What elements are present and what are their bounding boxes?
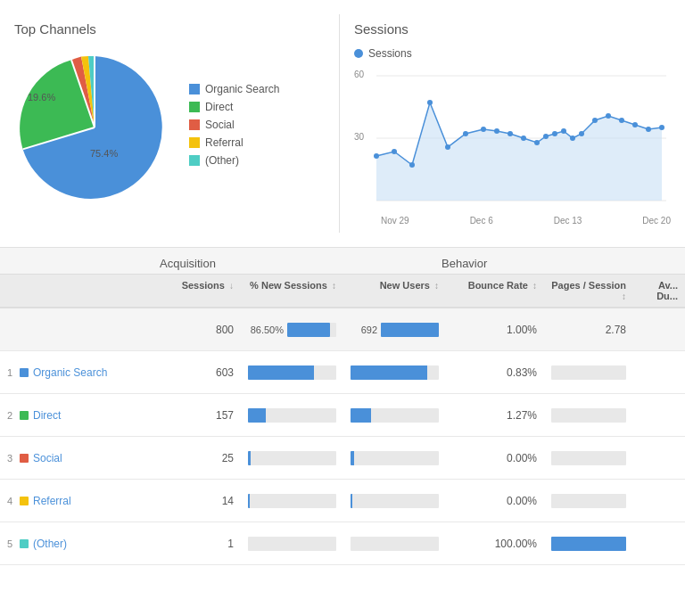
row-new-users-4 <box>343 531 446 556</box>
channel-name[interactable]: (Other) <box>33 538 67 550</box>
total-pct-value: 86.50% <box>248 324 284 335</box>
pct-bar <box>248 451 251 465</box>
sort-icon-bounce: ↕ <box>532 281 537 291</box>
svg-point-25 <box>592 118 598 123</box>
sort-arrow-icon: ↓ <box>229 281 234 291</box>
channel-dot-icon <box>20 454 29 463</box>
svg-point-17 <box>508 131 513 136</box>
row-pct-new-2 <box>241 446 343 471</box>
table-row: 2 Direct 157 1.27% <box>0 394 685 437</box>
svg-point-16 <box>494 128 499 134</box>
col-header-pct-new: % New Sessions ↕ <box>241 275 343 307</box>
pct-bar <box>248 494 250 508</box>
row-new-users-2 <box>343 446 446 471</box>
channel-name[interactable]: Referral <box>33 495 71 507</box>
top-channels-title: Top Channels <box>14 21 325 37</box>
table-total-row: 800 86.50% 692 1.00% 2.78 <box>0 308 685 351</box>
pie-legend: Organic Search Direct Social Referral (O… <box>189 83 279 172</box>
channel-name[interactable]: Social <box>33 452 62 464</box>
x-label-nov29: Nov 29 <box>381 216 409 226</box>
col-header-pages: Pages / Session ↕ <box>544 275 633 307</box>
new-users-bar <box>351 494 352 508</box>
channel-dot-icon <box>20 368 29 377</box>
legend-item-direct: Direct <box>189 101 279 113</box>
row-bounce-0: 0.83% <box>446 361 544 384</box>
sort-icon-pct: ↕ <box>332 281 336 291</box>
svg-point-22 <box>561 128 566 134</box>
row-sessions-3: 14 <box>156 489 241 513</box>
table-column-headers: Sessions ↓ % New Sessions ↕ New Users ↕ … <box>0 275 685 308</box>
legend-item-organic: Organic Search <box>189 83 279 95</box>
sort-icon-pages: ↕ <box>622 292 626 301</box>
row-channel-4: 5 (Other) <box>0 532 156 555</box>
acquisition-section-label: Acquisition <box>156 257 442 270</box>
total-pages: 2.78 <box>544 318 633 341</box>
sessions-legend-label: Sessions <box>368 47 412 60</box>
row-channel-3: 4 Referral <box>0 489 156 513</box>
svg-point-18 <box>521 136 526 141</box>
sessions-chart: 60 30 <box>354 67 671 226</box>
svg-point-29 <box>646 127 651 132</box>
row-channel-2: 3 Social <box>0 447 156 470</box>
total-channel <box>0 324 156 335</box>
row-bounce-2: 0.00% <box>446 447 544 470</box>
new-users-bar <box>351 451 354 465</box>
svg-point-30 <box>659 125 664 130</box>
row-pages-0 <box>544 360 633 385</box>
new-users-bar <box>351 408 371 423</box>
row-avg-1 <box>633 410 685 421</box>
row-pages-4 <box>544 531 633 556</box>
svg-point-24 <box>579 131 584 136</box>
legend-label-other: (Other) <box>205 154 239 167</box>
legend-color-organic <box>189 84 200 94</box>
sessions-title: Sessions <box>354 21 671 37</box>
channel-dot-icon <box>20 497 29 505</box>
row-bounce-4: 100.00% <box>446 532 544 555</box>
total-new-users-val: 692 <box>351 324 377 335</box>
sessions-legend: Sessions <box>354 47 671 60</box>
svg-point-9 <box>374 153 379 159</box>
row-pages-3 <box>544 489 633 513</box>
x-label-dec20: Dec 20 <box>642 216 671 226</box>
row-new-users-1 <box>343 403 446 428</box>
svg-point-19 <box>534 140 540 145</box>
svg-point-13 <box>445 144 450 150</box>
channel-name[interactable]: Direct <box>33 409 61 422</box>
col-header-sessions[interactable]: Sessions ↓ <box>156 275 241 307</box>
channel-dot-icon <box>20 539 29 548</box>
row-sessions-4: 1 <box>156 532 241 555</box>
table-row: 1 Organic Search 603 0.83% <box>0 351 685 394</box>
row-bounce-1: 1.27% <box>446 404 544 427</box>
legend-color-other <box>189 155 200 166</box>
row-new-users-3 <box>343 489 446 513</box>
legend-color-direct <box>189 102 200 112</box>
legend-label-direct: Direct <box>205 101 233 113</box>
col-header-avg: Av... Du... <box>633 275 685 307</box>
row-pages-1 <box>544 403 633 428</box>
total-bounce: 1.00% <box>446 318 544 341</box>
channel-name[interactable]: Organic Search <box>33 366 107 379</box>
row-pct-new-0 <box>241 360 343 385</box>
row-sessions-2: 25 <box>156 447 241 470</box>
top-channels-panel: Top Channels <box>0 14 339 233</box>
row-pct-new-1 <box>241 403 343 428</box>
x-label-dec13: Dec 13 <box>554 216 582 226</box>
row-channel-0: 1 Organic Search <box>0 361 156 384</box>
legend-label-social: Social <box>205 119 235 131</box>
row-pct-new-3 <box>241 489 343 513</box>
sessions-panel: Sessions Sessions 60 30 <box>339 14 685 233</box>
legend-item-social: Social <box>189 119 279 131</box>
legend-color-referral <box>189 137 200 148</box>
spacer <box>0 257 156 270</box>
svg-point-28 <box>632 122 638 127</box>
total-sessions: 800 <box>156 318 241 341</box>
row-avg-3 <box>633 496 685 506</box>
total-pct-new: 86.50% <box>241 317 343 342</box>
svg-point-26 <box>606 113 611 119</box>
data-table-section: Acquisition Behavior Sessions ↓ % New Se… <box>0 248 685 565</box>
pct-bar <box>248 408 266 423</box>
pct-bar <box>248 365 314 380</box>
total-avg <box>633 324 685 335</box>
pages-bar <box>551 537 626 551</box>
svg-marker-8 <box>376 103 662 201</box>
